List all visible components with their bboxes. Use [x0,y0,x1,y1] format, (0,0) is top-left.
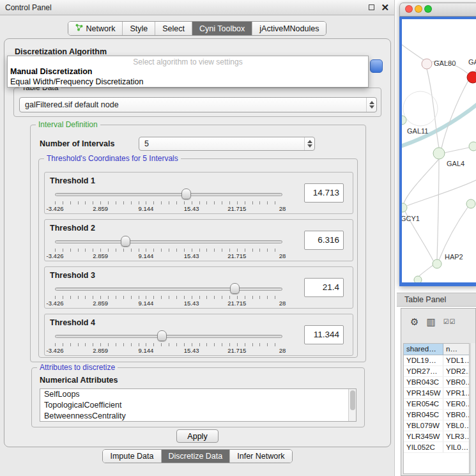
cell-name[interactable]: YLR3… [443,431,469,441]
slider-track[interactable] [55,288,282,291]
network-node[interactable] [466,199,475,208]
table-data-select[interactable]: galFiltered.sif default node [19,97,377,112]
slider-track[interactable] [55,335,282,338]
table-header-shared-name[interactable]: shared… [404,344,443,355]
table-row[interactable]: YDR27…YDR2… [404,366,469,377]
threshold-1-value-field[interactable]: 14.713 [304,183,344,203]
table-row[interactable]: YBR045CYBR0… [404,410,469,420]
table-row[interactable]: YBL079WYBL0… [404,420,469,431]
tick-label: -3.426 [47,252,64,259]
tab-network[interactable]: Network [68,22,123,35]
network-node[interactable] [467,72,476,83]
cell-name[interactable]: YDR2… [443,366,469,376]
threshold-3-slider[interactable]: -3.4262.8599.14415.4321.71528 [55,282,282,307]
threshold-4-slider[interactable]: -3.4262.8599.14415.4321.71528 [55,330,282,354]
tab-style[interactable]: Style [123,22,155,35]
threshold-1-slider[interactable]: -3.4262.8599.14415.4321.71528 [55,188,282,212]
network-node[interactable] [402,203,407,212]
apply-button[interactable]: Apply [176,429,219,443]
slider-ticks [55,249,282,252]
slider-track[interactable] [55,193,282,196]
threshold-2-slider[interactable]: -3.4262.8599.14415.4321.71528 [55,235,282,259]
numerical-attributes-list[interactable]: SelfLoopsTopologicalCoefficientBetweenne… [40,388,357,422]
attribute-list-item[interactable]: SelfLoops [40,389,356,400]
float-window-icon[interactable] [369,4,374,10]
cell-shared-name[interactable]: YLR345W [404,431,443,441]
cell-shared-name[interactable]: YDR27… [404,366,443,376]
threshold-4-value-field[interactable]: 11.344 [304,325,344,344]
cell-name[interactable]: YIL0… [443,442,469,452]
network-canvas[interactable]: GAL80GAGAL11GAL4GCY1HAP2 [402,19,476,282]
network-window-frame: GAL80GAGAL11GAL4GCY1HAP2 [399,17,476,286]
gear-icon[interactable]: ⚙ [410,317,418,327]
cell-shared-name[interactable]: YBR045C [404,410,443,420]
network-node[interactable] [433,259,441,268]
slider-thumb[interactable] [181,188,191,199]
traffic-light-minimize[interactable] [415,5,422,13]
cell-name[interactable]: YBR0… [443,377,469,387]
tick-label: 21.715 [227,300,246,307]
attribute-list-item[interactable]: TopologicalCoefficient [40,400,356,411]
select-columns-icon[interactable]: ☑☑ [443,317,456,327]
threshold-2-value-field[interactable]: 6.316 [304,231,344,250]
cell-shared-name[interactable]: YIL052C [404,442,443,452]
algorithm-combo-stepper[interactable] [370,59,383,73]
network-node[interactable] [422,59,432,69]
close-icon[interactable]: ✕ [381,4,389,11]
cell-name[interactable]: YBR0… [443,410,469,420]
network-node[interactable] [414,276,422,282]
table-row[interactable]: YBR043CYBR0… [404,377,469,388]
tab-infer-network[interactable]: Infer Network [230,450,291,463]
stepper-arrows-icon [304,137,314,150]
table-header-name[interactable]: n… [443,344,469,355]
cell-shared-name[interactable]: YBL079W [404,420,443,431]
cell-name[interactable]: YBL0… [443,420,469,431]
tab-discretize-data[interactable]: Discretize Data [162,450,231,463]
cell-shared-name[interactable]: YDL19… [404,355,443,365]
threshold-3-panel: Threshold 3 -3.4262.8599.14415.4321.7152… [44,266,353,309]
threshold-4-label: Threshold 4 [50,318,95,327]
network-node[interactable] [433,148,445,159]
table-row[interactable]: YPR145WYPR1… [404,388,469,399]
cell-name[interactable]: YER0… [443,399,469,409]
table-row[interactable]: YER054CYER0… [404,399,469,410]
list-scrollbar[interactable] [348,389,356,421]
popup-item-equal-width-frequency[interactable]: Equal Width/Frequency Discretization [8,77,368,87]
tab-cyni-toolbox[interactable]: Cyni Toolbox [192,22,252,35]
threshold-3-value-field[interactable]: 21.4 [304,278,344,297]
table-scrollbar[interactable] [470,343,475,474]
cell-name[interactable]: YDL1… [443,355,469,365]
attribute-list-item[interactable]: BetweennessCentrality [40,411,356,422]
network-icon [75,24,83,33]
interval-definition-group: Interval Definition Number of Intervals … [30,125,366,362]
slider-thumb[interactable] [121,236,130,247]
traffic-light-close[interactable] [405,5,413,13]
table-toolbar: ⚙▥☑☑ [401,312,475,332]
tab-jactivemnodules[interactable]: jActiveMNodules [252,22,326,35]
cell-shared-name[interactable]: YER054C [404,399,443,409]
table-row[interactable]: YIL052CYIL0… [404,442,469,453]
stepper-arrows-icon [366,98,376,112]
network-node[interactable] [403,91,438,126]
node-table[interactable]: shared… n… YDL19…YDL1…YDR27…YDR2…YBR043C… [403,343,470,474]
table-row[interactable]: YLR345WYLR3… [404,431,469,442]
list-scrollbar-thumb[interactable] [350,390,355,410]
cell-name[interactable]: YPR1… [443,388,469,398]
tab-label: Network [86,24,116,33]
popup-item-manual-discretization[interactable]: Manual Discretization [8,66,368,77]
number-of-intervals-select[interactable]: 5 [139,137,315,151]
slider-thumb[interactable] [230,283,240,294]
table-row[interactable]: YDL19…YDL1… [404,355,469,366]
network-node[interactable] [469,142,476,151]
tab-select[interactable]: Select [155,22,192,35]
columns-icon[interactable]: ▥ [426,317,435,327]
tab-impute-data[interactable]: Impute Data [103,450,161,463]
slider-track[interactable] [55,240,282,243]
slider-thumb[interactable] [157,330,167,341]
cell-shared-name[interactable]: YBR043C [404,377,443,387]
tick-label: 15.43 [184,347,199,354]
traffic-light-zoom[interactable] [424,5,432,13]
cell-shared-name[interactable]: YPR145W [404,388,443,398]
network-edge [402,45,426,61]
tab-label: Infer Network [237,452,284,461]
